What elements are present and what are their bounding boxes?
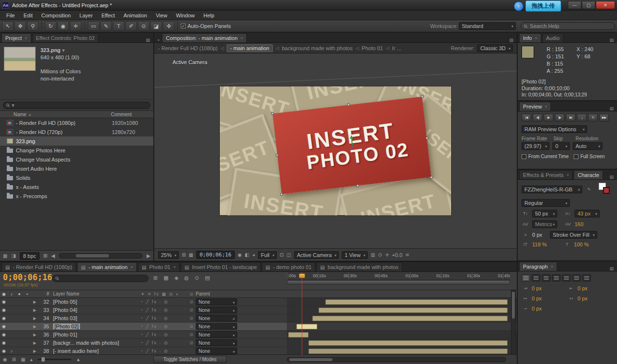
kerning-dropdown[interactable]: Metrics [532,220,557,228]
hand-tool-icon[interactable]: ✥ [14,21,26,31]
timeline-tab[interactable]: ▤Insert Photo 01 - landscape [181,262,261,271]
pixel-aspect-icon[interactable]: ▥ [371,252,375,257]
timeline-button-icon[interactable]: ✛ [385,252,389,257]
ram-preview-button[interactable]: ▶▶ [599,114,609,121]
menu-window[interactable]: Window [172,13,199,18]
align-center-button[interactable] [532,274,540,282]
delete-icon[interactable]: ⊠ [43,253,47,258]
selection-tool-icon[interactable]: ↖ [2,21,13,31]
zoom-tool-icon[interactable]: ⚲ [27,21,39,31]
tracking-value[interactable]: 160 [575,221,583,227]
3d-switch-icon[interactable]: ⊙ [187,316,196,321]
snapshot-icon[interactable]: ◉ [238,252,242,257]
zoom-in-mountain-icon[interactable]: ▲ [76,357,81,362]
first-line-indent-value[interactable]: 0 px [532,306,542,311]
drag-upload-button[interactable]: 拖拽上传 [525,0,561,12]
3d-switch-icon[interactable]: ⊙ [187,299,196,304]
lock-icon[interactable]: ▪ [156,38,161,42]
exposure-value[interactable]: +0.0 [392,252,402,258]
safe-zones-icon[interactable]: ⊞ [182,252,186,257]
from-current-time-checkbox[interactable]: From Current Time [522,154,569,159]
indent-left-value[interactable]: 0 px [532,285,542,291]
full-screen-checkbox[interactable]: Full Screen [574,154,605,159]
time-ruler[interactable]: :00s 00:15s 00:30s 00:45s 01:00s 01:15s … [287,272,510,280]
new-folder-icon[interactable]: ◨ [11,253,15,258]
stroke-width-value[interactable]: 0 px [532,232,542,238]
breadcrumb-item[interactable]: background made with photos [282,45,353,51]
tab-close-icon[interactable]: × [535,36,537,40]
solo-column-icon[interactable]: ● [15,292,23,297]
parent-dropdown[interactable]: None [196,339,237,346]
draft-3d-icon[interactable]: ▦ [163,275,168,281]
layer-switches[interactable]: ⁃ ╱ fx · ◎ [141,308,187,312]
eraser-tool-icon[interactable]: ◪ [150,21,162,31]
tab-paragraph[interactable]: Paragraph× [519,262,557,271]
timeline-tab-active[interactable]: ▤- main animation× [77,262,137,271]
timeline-horizontal-scrollbar[interactable] [287,357,506,362]
project-row[interactable]: x - Assets [0,182,153,191]
leading-dropdown[interactable]: 43 px [575,210,600,217]
tab-close-icon[interactable]: × [545,104,547,109]
font-family-dropdown[interactable]: FZZhengHeiS-R-GB [522,186,582,193]
menu-layer[interactable]: Layer [75,13,97,18]
video-column-icon[interactable]: ◉ [0,292,8,297]
view-layout-dropdown[interactable]: 1 View [342,251,368,259]
minimize-button[interactable]: — [568,1,581,9]
last-frame-button[interactable]: ▶| [566,114,576,121]
menu-animation[interactable]: Animation [119,13,151,18]
tab-close-icon[interactable]: × [174,265,176,270]
puppet-pin-tool-icon[interactable]: ✜ [163,21,174,31]
layer-duration-bar[interactable] [288,332,308,337]
menu-edit[interactable]: Edit [19,13,37,18]
parent-dropdown[interactable]: None [196,298,237,305]
switches-header-icons[interactable]: ✦ ✳ fx ▦ ◎ ◐ [141,292,187,297]
twirl-icon[interactable]: ▶ [31,316,39,321]
align-right-button[interactable] [542,274,550,282]
audio-button[interactable]: ♪ [577,114,587,121]
shy-layers-icon[interactable]: ◈ [174,275,178,281]
stroke-color-swatch[interactable] [603,187,610,194]
eye-icon[interactable]: ◉ [0,299,8,304]
project-row-selected[interactable]: 323.png [0,136,153,146]
frame-blend-icon[interactable]: ◍ [184,275,189,281]
eye-icon[interactable]: ◉ [0,316,8,321]
project-row[interactable]: - Render HD (720p)1280x720 [0,127,153,136]
timeline-tab[interactable]: ▤- demo photo 01 [262,262,316,271]
breadcrumb-item-current[interactable]: - main animation [227,44,272,52]
layer-switches[interactable]: ⁃ ╱ fx · ◎ [141,324,187,329]
breadcrumb-item[interactable]: Photo 01 [362,45,383,51]
transparency-grid-icon[interactable]: ◫ [286,252,291,257]
layer-duration-bar[interactable] [308,340,508,346]
tab-preview[interactable]: Preview× [519,102,551,111]
close-button[interactable]: ✕ [596,1,615,9]
tab-effects-presets[interactable]: Effects & Presets× [519,170,573,179]
column-comment[interactable]: Comment [111,112,132,117]
panel-menu-icon[interactable]: ▤ [607,175,616,179]
3d-switch-icon[interactable]: ⊙ [187,332,196,337]
layer-row[interactable]: ◉▶33[Photo 04]⁃ ╱ fx · ◎⊙None [0,306,517,314]
zoom-out-mountain-icon[interactable]: ▴ [30,357,33,362]
next-frame-button[interactable]: |▶ [555,114,564,121]
timeline-tab[interactable]: ▤Photo 01× [138,262,180,271]
graph-editor-icon[interactable]: ▤ [205,275,210,281]
font-size-dropdown[interactable]: 50 px [532,210,557,217]
shape-tool-icon[interactable]: ▭ [88,21,99,31]
resolution-dropdown[interactable]: Full [258,251,277,259]
project-row[interactable]: Change Photos Here [0,146,153,155]
layer-switches[interactable]: ⁃ ╱ fx · ◎ [141,299,187,304]
auto-open-panels-checkbox[interactable]: ✓ Auto-Open Panels [181,23,231,29]
panel-menu-icon[interactable]: ▤ [607,38,616,42]
twirl-icon[interactable]: ▶ [31,341,39,345]
grid-icon[interactable]: ▦ [188,252,193,257]
speaker-icon[interactable]: ♪ [8,349,15,353]
justify-all-button[interactable] [582,274,591,282]
selection-handle[interactable] [356,184,359,187]
horizontal-scale-value[interactable]: 100 % [574,242,589,247]
panel-menu-icon[interactable]: ▤ [607,106,616,111]
channels-icon[interactable]: ◕ [252,252,255,257]
layer-duration-bar[interactable] [325,299,508,305]
3d-column-icon[interactable]: ⊙ [187,292,196,297]
loop-button[interactable]: ↻ [588,114,598,121]
photo-02-layer[interactable]: INSERT PHOTO 02 [272,96,431,194]
parent-dropdown[interactable]: None [196,331,237,338]
